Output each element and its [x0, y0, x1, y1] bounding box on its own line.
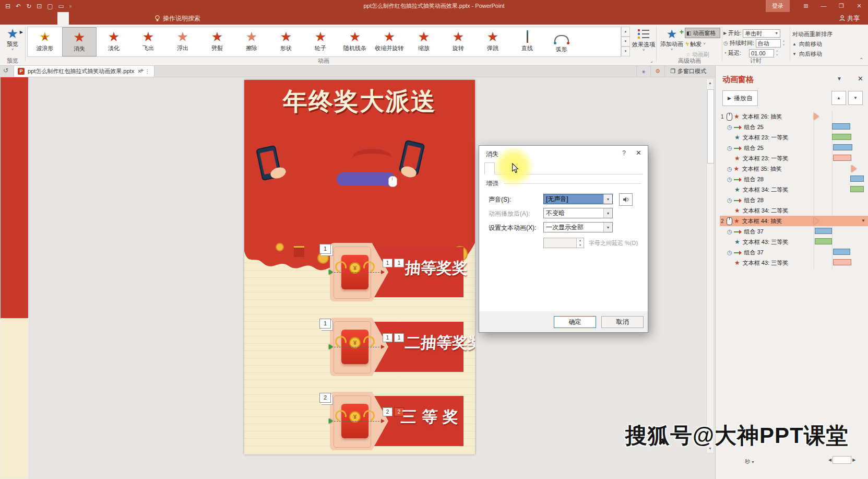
delay-stepper[interactable]: ˄˅	[776, 50, 778, 57]
gallery-up-icon[interactable]: ▲	[621, 27, 630, 37]
timeline-bar[interactable]	[815, 238, 832, 244]
timeline-bar[interactable]	[814, 217, 819, 225]
animation-list-item[interactable]: 2 文本框 44: 抽奖 ▼	[720, 216, 868, 226]
gallery-expand-icon[interactable]: ▼	[621, 46, 630, 56]
move-up-button[interactable]: ▲	[831, 91, 846, 105]
animation-list-item[interactable]: 文本框 34: 二等奖	[720, 205, 868, 216]
pane-collapse-icon[interactable]: ▼	[837, 76, 842, 81]
document-tab[interactable]: P ppt怎么制作红包抽拉式抽奖动画效果.pptx ✕ ⋮	[14, 65, 154, 77]
prize-card[interactable]: 2 2 2 三等奖	[323, 392, 463, 450]
maximize-icon[interactable]: ❐	[833, 0, 850, 12]
animation-pane-button[interactable]: ◧ 动画窗格	[685, 28, 720, 38]
trigger-button[interactable]: ϟ 触发 ˅	[685, 39, 720, 49]
save-icon[interactable]: ⊟	[5, 3, 10, 10]
cancel-button[interactable]: 取消	[601, 316, 644, 328]
animation-effect[interactable]: 随机线条	[338, 27, 372, 56]
close-icon[interactable]: ✕	[850, 0, 868, 12]
prize-card[interactable]: 1 1 1 抽等奖奖	[323, 243, 463, 301]
help-icon[interactable]: ?	[622, 149, 626, 157]
timeline-bar[interactable]	[850, 186, 864, 192]
slide-thumbnail[interactable]: 7	[0, 174, 29, 190]
undo-icon[interactable]: ↶	[16, 3, 21, 10]
new-document-icon[interactable]: ▢	[47, 3, 53, 10]
animation-effect[interactable]: 旋转	[441, 27, 475, 56]
timeline-nav-track[interactable]	[833, 456, 851, 464]
menu-tab[interactable]	[46, 12, 57, 25]
menu-tab[interactable]	[0, 12, 11, 25]
slide-scrollbar[interactable]: ▲ ▼	[706, 78, 714, 453]
prize-card[interactable]: 1 1 1 二抽等奖奖	[323, 318, 463, 376]
animation-effect[interactable]: 波浪形	[28, 27, 62, 56]
animation-list-item[interactable]: 文本框 23: 一等奖	[720, 153, 868, 163]
move-later-button[interactable]: ▼ 向后移动	[792, 49, 860, 59]
animation-list-item[interactable]: 文本框 43: 三等奖	[720, 237, 868, 247]
animation-effect[interactable]: 飞出	[131, 27, 165, 56]
n-left-icon[interactable]: ◀	[828, 458, 831, 462]
animation-list-item[interactable]: 文本框 23: 一等奖	[720, 132, 868, 143]
scrollbar-thumb[interactable]	[707, 89, 714, 163]
animation-list-item[interactable]: 文本框 43: 三等奖	[720, 258, 868, 268]
menu-tab[interactable]	[80, 12, 92, 25]
delay-input[interactable]: 01.00	[749, 49, 774, 57]
animation-list-item[interactable]: 组合 28	[720, 195, 868, 205]
effect-options-button[interactable]: 效果选项 ˅	[631, 28, 657, 52]
timeline-bar[interactable]	[833, 259, 851, 265]
slide-canvas[interactable]: 年终奖大派送 50 1 1 1 抽等奖奖	[244, 80, 475, 454]
timeline-bar[interactable]	[851, 165, 857, 172]
timeline-bar[interactable]	[832, 123, 850, 130]
animation-effect[interactable]: 形状	[269, 27, 303, 56]
animation-effect[interactable]: 劈裂	[200, 27, 234, 56]
animation-list-item[interactable]: 组合 28	[720, 174, 868, 184]
animation-effect[interactable]: 收缩并旋转	[372, 27, 407, 56]
collapse-ribbon-icon[interactable]: ⌃	[859, 57, 863, 63]
menu-tab[interactable]	[57, 12, 69, 25]
menu-tab[interactable]	[92, 12, 103, 25]
item-dropdown-icon[interactable]: ▼	[861, 218, 865, 223]
history-icon[interactable]: ↺	[3, 67, 8, 74]
ribbon-display-icon[interactable]: ⊞	[797, 0, 815, 12]
multi-window-mode-button[interactable]: ❐ 多窗口模式	[664, 65, 711, 77]
magic-wand-icon[interactable]: ⚹	[636, 65, 650, 77]
animation-effect[interactable]: 弹跳	[475, 27, 510, 56]
animation-effect[interactable]: 淡化	[97, 27, 131, 56]
animation-effect[interactable]: 直线	[510, 27, 544, 56]
menu-tab[interactable]	[11, 12, 23, 25]
preview-button[interactable]: ★ 预览 ˅	[1, 27, 24, 51]
menu-tab[interactable]	[115, 12, 126, 25]
stepper-down-icon[interactable]: ▼	[576, 243, 584, 248]
move-earlier-button[interactable]: ▲ 向前移动	[792, 39, 860, 49]
animate-text-select[interactable]: 一次显示全部 ▼	[543, 222, 613, 232]
menu-tab[interactable]	[23, 12, 34, 25]
dialog-tab[interactable]	[496, 162, 505, 174]
animation-list-item[interactable]: 组合 25	[720, 143, 868, 153]
play-from-button[interactable]: 播放自	[722, 90, 758, 106]
add-animation-button[interactable]: ★ 添加动画 ˅	[659, 28, 685, 51]
duration-stepper[interactable]: ˄˅	[783, 40, 785, 47]
start-select[interactable]: 单击时▼	[743, 29, 780, 38]
letter-delay-stepper[interactable]: ▲▼	[543, 238, 584, 248]
more-options-icon[interactable]: ⋮	[145, 68, 150, 74]
timeline-bar[interactable]	[814, 113, 819, 120]
sound-select[interactable]: [无声音] ▼	[543, 194, 613, 204]
timeline-bar[interactable]	[833, 249, 850, 255]
menu-tab[interactable]	[126, 12, 138, 25]
timeline-bar[interactable]	[850, 176, 864, 182]
stepper-up-icon[interactable]: ▲	[576, 238, 584, 243]
animation-list-item[interactable]: 1 文本框 26: 抽奖	[720, 111, 868, 122]
gear-icon[interactable]: ⚙	[650, 65, 664, 77]
animation-list-item[interactable]: 文本框 34: 二等奖	[720, 184, 868, 195]
pane-close-icon[interactable]: ✕	[858, 75, 863, 83]
sound-volume-button[interactable]	[619, 193, 633, 206]
animation-effect[interactable]: 擦除	[234, 27, 269, 56]
seconds-zoom-control[interactable]: 秒 ▼	[745, 458, 755, 465]
duration-input[interactable]: 自动	[756, 39, 781, 48]
menu-tab[interactable]	[103, 12, 115, 25]
redo-icon[interactable]: ↻	[26, 3, 31, 10]
close-icon[interactable]: ✕	[636, 149, 641, 157]
login-button[interactable]: 登录	[766, 0, 790, 12]
share-button[interactable]: 共享	[839, 12, 860, 25]
animation-effect[interactable]: 缩放	[407, 27, 441, 56]
animation-effect[interactable]: 浮出	[165, 27, 200, 56]
animation-effect[interactable]: 消失	[62, 27, 97, 56]
timeline-bar[interactable]	[833, 144, 852, 150]
